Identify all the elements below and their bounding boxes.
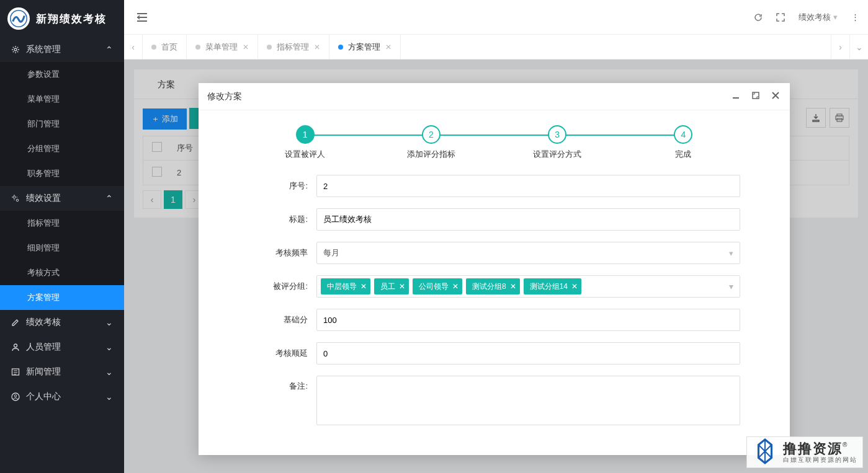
svg-rect-11 bbox=[753, 92, 759, 99]
brand-logo-icon bbox=[7, 7, 30, 30]
label-base: 基础分 bbox=[248, 314, 316, 325]
refresh-icon[interactable] bbox=[754, 13, 763, 22]
chevron-icon: ⌃ bbox=[105, 193, 113, 203]
modal-header: 修改方案 bbox=[199, 83, 790, 110]
modal: 修改方案 1设置被评人2添加评分指标3设置评分方式4完成 序号: 标题: 考核频… bbox=[199, 83, 790, 455]
label-remark: 备注: bbox=[248, 376, 316, 392]
step-circle: 1 bbox=[296, 125, 315, 144]
select-freq[interactable]: 每月▾ bbox=[316, 242, 740, 264]
step-label: 设置评分方式 bbox=[494, 149, 620, 160]
chevron-down-icon: ▾ bbox=[729, 249, 733, 258]
nav-item[interactable]: 考核方式 bbox=[0, 260, 124, 285]
input-remark[interactable] bbox=[316, 376, 740, 425]
maximize-icon[interactable] bbox=[750, 91, 761, 102]
sidebar: 新翔绩效考核 系统管理⌃参数设置菜单管理部门管理分组管理职务管理绩效设置⌃指标管… bbox=[0, 0, 124, 473]
label-delay: 考核顺延 bbox=[248, 348, 316, 359]
brand-title: 新翔绩效考核 bbox=[36, 12, 107, 26]
tab-dot-icon bbox=[151, 45, 156, 50]
tag: 公司领导✕ bbox=[413, 278, 462, 294]
input-seq[interactable] bbox=[316, 175, 740, 197]
label-title: 标题: bbox=[248, 214, 316, 225]
tab-close-icon[interactable]: ✕ bbox=[314, 43, 320, 51]
chevron-icon: ⌄ bbox=[105, 342, 113, 352]
step-2[interactable]: 2添加评分指标 bbox=[368, 125, 494, 160]
tab-dot-icon bbox=[338, 45, 343, 50]
nav-item[interactable]: 菜单管理 bbox=[0, 87, 124, 112]
tag-remove-icon[interactable]: ✕ bbox=[510, 282, 516, 291]
step-label: 完成 bbox=[620, 149, 746, 160]
input-delay[interactable] bbox=[316, 342, 740, 365]
news-icon bbox=[11, 368, 20, 376]
chevron-icon: ⌄ bbox=[105, 317, 113, 327]
tab-dropdown[interactable]: ⌄ bbox=[849, 35, 868, 59]
nav-item[interactable]: 参数设置 bbox=[0, 62, 124, 87]
tab-scroll-right[interactable]: › bbox=[831, 35, 849, 59]
tab[interactable]: 首页 bbox=[143, 35, 187, 59]
tag: 测试分组14✕ bbox=[524, 278, 581, 294]
input-title[interactable] bbox=[316, 208, 740, 231]
svg-point-1 bbox=[14, 48, 17, 51]
step-3[interactable]: 3设置评分方式 bbox=[494, 125, 620, 160]
tab-dot-icon bbox=[267, 45, 272, 50]
svg-point-2 bbox=[13, 196, 16, 198]
svg-point-7 bbox=[14, 395, 17, 397]
close-icon[interactable] bbox=[770, 91, 781, 102]
nav-item[interactable]: 分组管理 bbox=[0, 136, 124, 161]
label-seq: 序号: bbox=[248, 180, 316, 192]
user-menu[interactable]: 绩效考核▾ bbox=[799, 12, 838, 23]
nav-item[interactable]: 细则管理 bbox=[0, 236, 124, 260]
nav-item[interactable]: 职务管理 bbox=[0, 161, 124, 186]
menu-toggle-icon[interactable] bbox=[133, 8, 151, 27]
tab[interactable]: 菜单管理✕ bbox=[187, 35, 258, 59]
select-groups[interactable]: 中层领导✕员工✕公司领导✕测试分组8✕测试分组14✕▾ bbox=[316, 275, 740, 298]
edit-icon bbox=[11, 318, 20, 327]
step-4[interactable]: 4完成 bbox=[620, 125, 746, 160]
chevron-icon: ⌄ bbox=[105, 392, 113, 402]
minimize-icon[interactable] bbox=[730, 91, 741, 102]
tab-dot-icon bbox=[195, 45, 200, 50]
tag-remove-icon[interactable]: ✕ bbox=[571, 282, 578, 291]
gears-icon bbox=[11, 194, 20, 203]
step-label: 设置被评人 bbox=[242, 149, 368, 160]
tab[interactable]: 方案管理✕ bbox=[329, 35, 401, 59]
svg-point-3 bbox=[16, 199, 19, 201]
gear-icon bbox=[11, 45, 20, 54]
nav-item[interactable]: 方案管理 bbox=[0, 285, 124, 310]
label-group: 被评分组: bbox=[248, 281, 316, 292]
tab-scroll-left[interactable]: ‹ bbox=[124, 35, 143, 59]
tag: 中层领导✕ bbox=[321, 278, 370, 294]
tab[interactable]: 指标管理✕ bbox=[258, 35, 329, 59]
input-base[interactable] bbox=[316, 309, 740, 331]
nav-group-1[interactable]: 绩效设置⌃ bbox=[0, 186, 124, 211]
header: 绩效考核▾ ⋮ bbox=[124, 0, 868, 35]
modal-title: 修改方案 bbox=[207, 91, 242, 102]
watermark-logo-icon bbox=[752, 438, 778, 466]
nav-item[interactable]: 指标管理 bbox=[0, 211, 124, 236]
fullscreen-icon[interactable] bbox=[776, 13, 785, 22]
label-freq: 考核频率 bbox=[248, 247, 316, 259]
svg-point-4 bbox=[14, 344, 17, 347]
tag-remove-icon[interactable]: ✕ bbox=[452, 282, 459, 291]
more-icon[interactable]: ⋮ bbox=[851, 12, 859, 22]
step-circle: 3 bbox=[548, 125, 566, 144]
user-icon bbox=[11, 343, 20, 351]
nav-group-0[interactable]: 系统管理⌃ bbox=[0, 37, 124, 62]
tag-remove-icon[interactable]: ✕ bbox=[360, 282, 367, 291]
step-circle: 2 bbox=[422, 125, 441, 144]
tab-close-icon[interactable]: ✕ bbox=[243, 43, 249, 51]
brand[interactable]: 新翔绩效考核 bbox=[0, 0, 124, 37]
nav-group-3[interactable]: 人员管理⌄ bbox=[0, 335, 124, 360]
step-label: 添加评分指标 bbox=[368, 149, 494, 160]
nav-group-2[interactable]: 绩效考核⌄ bbox=[0, 310, 124, 335]
usercircle-icon bbox=[11, 392, 20, 401]
nav-group-4[interactable]: 新闻管理⌄ bbox=[0, 360, 124, 384]
step-1[interactable]: 1设置被评人 bbox=[242, 125, 368, 160]
watermark: 撸撸资源® 白嫖互联网资源的网站 bbox=[746, 436, 863, 468]
nav-group-5[interactable]: 个人中心⌄ bbox=[0, 384, 124, 409]
chevron-icon: ⌃ bbox=[105, 45, 113, 55]
nav-item[interactable]: 部门管理 bbox=[0, 112, 124, 136]
tab-close-icon[interactable]: ✕ bbox=[385, 43, 391, 51]
tag-remove-icon[interactable]: ✕ bbox=[399, 282, 405, 291]
tag: 员工✕ bbox=[374, 278, 409, 294]
tag: 测试分组8✕ bbox=[466, 278, 520, 294]
